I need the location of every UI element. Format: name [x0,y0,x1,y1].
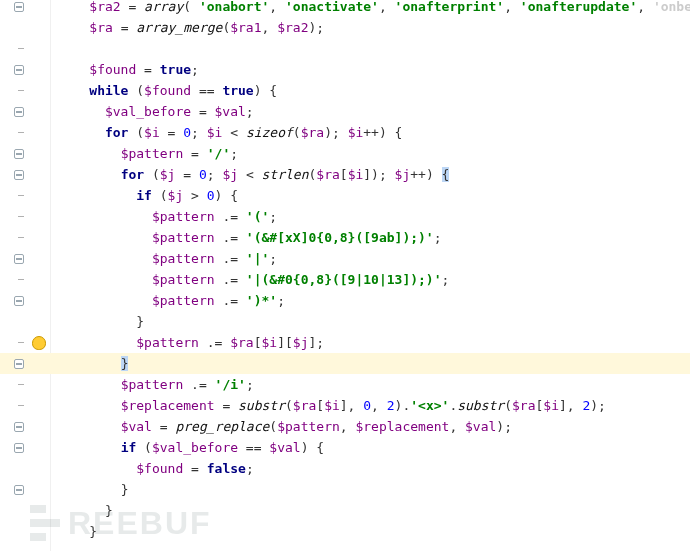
code-line[interactable]: for ($j = 0; $j < strlen($ra[$i]); $j++)… [50,164,690,185]
code-line[interactable]: } [50,521,690,542]
code-line[interactable]: if ($val_before == $val) { [50,437,690,458]
code-line[interactable]: $val_before = $val; [50,101,690,122]
fold-icon[interactable] [14,359,24,369]
fold-icon[interactable] [14,65,24,75]
fold-icon[interactable] [14,149,24,159]
gutter-tick-icon [18,132,24,133]
code-line[interactable]: if ($j > 0) { [50,185,690,206]
fold-icon[interactable] [14,254,24,264]
code-line[interactable]: $pattern .= '(&#[xX]0{0,8}([9ab]);)'; [50,227,690,248]
code-line[interactable]: $val = preg_replace($pattern, $replaceme… [50,416,690,437]
code-area[interactable]: $ra2 = array( 'onabort', 'onactivate', '… [50,0,690,542]
gutter-tick-icon [18,384,24,385]
gutter-tick-icon [18,342,24,343]
gutter-tick-icon [18,216,24,217]
code-line[interactable]: $pattern .= $ra[$i][$j]; [50,332,690,353]
code-line[interactable]: } [50,353,690,374]
code-line[interactable]: $pattern .= ')*'; [50,290,690,311]
gutter-tick-icon [18,279,24,280]
fold-icon[interactable] [14,2,24,12]
gutter-tick-icon [18,48,24,49]
code-line[interactable]: $found = false; [50,458,690,479]
code-line[interactable]: $found = true; [50,59,690,80]
fold-icon[interactable] [14,107,24,117]
code-line[interactable]: for ($i = 0; $i < sizeof($ra); $i++) { [50,122,690,143]
lightbulb-icon[interactable] [32,336,46,350]
gutter-tick-icon [18,405,24,406]
gutter-folding [0,0,29,551]
code-line[interactable]: } [50,311,690,332]
fold-icon[interactable] [14,170,24,180]
code-line[interactable]: $pattern .= '('; [50,206,690,227]
code-line[interactable]: $replacement = substr($ra[$i], 0, 2).'<x… [50,395,690,416]
fold-icon[interactable] [14,422,24,432]
fold-icon[interactable] [14,485,24,495]
code-line[interactable]: $pattern .= '|'; [50,248,690,269]
code-line[interactable]: $ra2 = array( 'onabort', 'onactivate', '… [50,0,690,17]
code-line[interactable]: $ra = array_merge($ra1, $ra2); [50,17,690,38]
code-line[interactable]: } [50,479,690,500]
code-line[interactable]: while ($found == true) { [50,80,690,101]
code-line[interactable]: } [50,500,690,521]
gutter-tick-icon [18,195,24,196]
fold-icon[interactable] [14,296,24,306]
gutter-icons [28,0,51,551]
gutter-tick-icon [18,90,24,91]
gutter-tick-icon [18,237,24,238]
code-line[interactable]: $pattern .= '|(&#0{0,8}([9|10|13]);)'; [50,269,690,290]
code-line[interactable]: $pattern .= '/i'; [50,374,690,395]
fold-icon[interactable] [14,443,24,453]
code-line[interactable] [50,38,690,59]
code-line[interactable]: $pattern = '/'; [50,143,690,164]
